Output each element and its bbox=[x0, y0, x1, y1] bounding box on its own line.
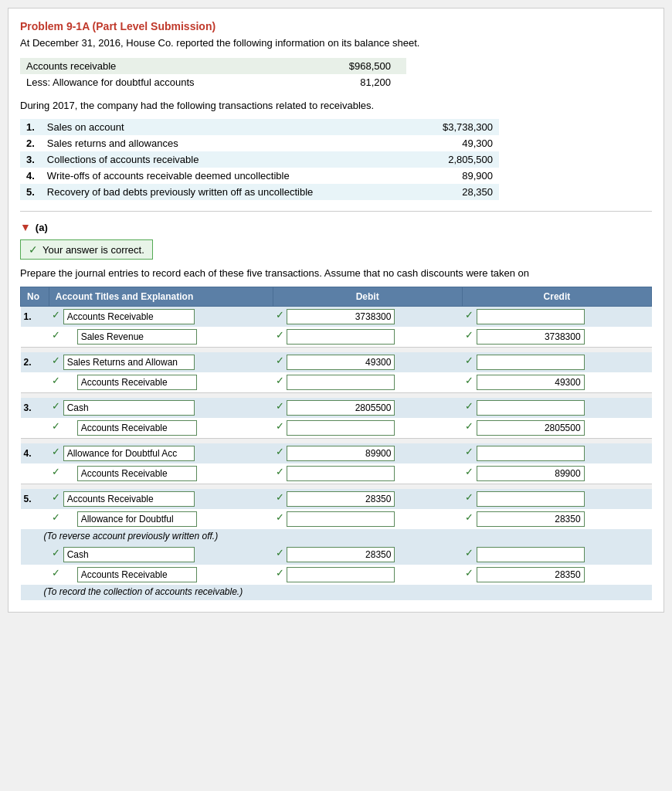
entry-3-credit-account-input[interactable] bbox=[77, 420, 197, 436]
check-icon-5c: ✓ bbox=[465, 488, 473, 503]
entry-1-sales-credit-cell: ✓ bbox=[462, 327, 651, 348]
bs-label-2: Less: Allowance for doubtful accounts bbox=[20, 74, 306, 90]
table-row: ✓ ✓ ✓ bbox=[21, 327, 652, 348]
collapse-arrow-icon[interactable]: ▼ bbox=[20, 221, 31, 233]
trans-num-4: 4. bbox=[20, 168, 41, 184]
table-row: ✓ ✓ ✓ bbox=[21, 463, 652, 484]
correct-message: Your answer is correct. bbox=[42, 244, 144, 256]
table-row: 4. ✓ ✓ ✓ bbox=[21, 443, 652, 463]
entry-no-4: 4. bbox=[21, 443, 49, 463]
problem-title: Problem 9-1A (Part Level Submission) bbox=[20, 20, 652, 32]
col-account: Account Titles and Explanation bbox=[49, 287, 273, 307]
entry-4-credit-input[interactable] bbox=[477, 446, 585, 461]
entry-4-ar-debit-input[interactable] bbox=[287, 466, 395, 481]
entry-5a-debit-account-cell: ✓ bbox=[49, 489, 273, 509]
table-row: ✓ ✓ ✓ bbox=[21, 372, 652, 393]
entry-4-credit-account-cell: ✓ bbox=[49, 463, 273, 484]
check-icon-5f: ✓ bbox=[465, 508, 473, 523]
entry-4-debit-account-input[interactable] bbox=[63, 446, 195, 461]
check-icon-3e: ✓ bbox=[276, 417, 284, 432]
entry-5b-debit-input[interactable] bbox=[287, 547, 395, 562]
entry-2-debit-input[interactable] bbox=[287, 355, 395, 370]
entry-1-sales-credit-input[interactable] bbox=[477, 329, 585, 345]
check-icon-5k: ✓ bbox=[276, 564, 284, 579]
check-icon-2a: ✓ bbox=[52, 351, 60, 366]
check-icon-4c: ✓ bbox=[465, 443, 473, 457]
correct-check-icon: ✓ bbox=[29, 243, 38, 256]
entry-5b-credit-account-input[interactable] bbox=[77, 567, 197, 582]
entry-4-credit-account-input[interactable] bbox=[77, 466, 197, 481]
trans-label-5: Recovery of bad debts previously written… bbox=[41, 184, 406, 200]
check-icon-4d: ✓ bbox=[52, 463, 60, 477]
entry-5b-debit-account-cell: ✓ bbox=[49, 545, 273, 565]
entry-1-credit-account-cell: ✓ bbox=[49, 327, 273, 348]
entry-no-1: 1. bbox=[21, 307, 49, 328]
check-icon-1d: ✓ bbox=[52, 326, 60, 341]
entry-4-ar-credit-input[interactable] bbox=[477, 466, 585, 481]
entry-3-ar-debit-input[interactable] bbox=[287, 420, 395, 436]
entry-1-credit-cell: ✓ bbox=[462, 307, 651, 328]
table-row: ✓ ✓ ✓ bbox=[21, 418, 652, 439]
table-row: 1. ✓ ✓ ✓ bbox=[21, 307, 652, 328]
entry-no-2: 2. bbox=[21, 352, 49, 372]
col-credit: Credit bbox=[462, 287, 651, 307]
entry-5b-ar-credit-input[interactable] bbox=[477, 567, 585, 582]
check-icon-1e: ✓ bbox=[276, 326, 284, 341]
check-icon-5a: ✓ bbox=[52, 488, 60, 503]
entry-1-debit-input[interactable] bbox=[287, 309, 395, 324]
check-icon-5d: ✓ bbox=[52, 508, 60, 523]
col-debit: Debit bbox=[273, 287, 462, 307]
entry-5b-ar-debit-input[interactable] bbox=[287, 567, 395, 582]
trans-num-3: 3. bbox=[20, 151, 41, 168]
divider bbox=[20, 211, 652, 212]
entry-2-debit-account-cell: ✓ bbox=[49, 352, 273, 372]
check-icon-4e: ✓ bbox=[276, 463, 284, 477]
entry-5a-credit-input[interactable] bbox=[477, 491, 585, 507]
check-icon-4f: ✓ bbox=[465, 463, 473, 477]
entry-2-credit-account-input[interactable] bbox=[77, 375, 197, 390]
table-row: ✓ ✓ ✓ bbox=[21, 509, 652, 529]
entry-3-ar-credit-input[interactable] bbox=[477, 420, 585, 436]
entry-4-debit-input[interactable] bbox=[287, 446, 395, 461]
check-icon-4a: ✓ bbox=[52, 443, 60, 457]
entry-2-credit-input[interactable] bbox=[477, 355, 585, 370]
check-icon-3a: ✓ bbox=[52, 397, 60, 412]
entry-5a-credit-account-input[interactable] bbox=[77, 511, 197, 527]
entry-5a-note: (To reverse account previously written o… bbox=[21, 529, 652, 545]
section-a-header: ▼ (a) bbox=[20, 221, 652, 233]
check-icon-2d: ✓ bbox=[52, 372, 60, 386]
trans-amount-4: 89,900 bbox=[406, 168, 499, 184]
entry-5a-debit-input[interactable] bbox=[287, 491, 395, 507]
intro-text: At December 31, 2016, House Co. reported… bbox=[20, 37, 652, 49]
table-row: ✓ ✓ ✓ bbox=[21, 565, 652, 585]
trans-num-2: 2. bbox=[20, 135, 41, 151]
entry-5b-credit-input[interactable] bbox=[477, 547, 585, 562]
entry-5a-allowance-credit-input[interactable] bbox=[477, 511, 585, 527]
entry-1-sales-debit-input[interactable] bbox=[287, 329, 395, 345]
entry-5a-debit-account-input[interactable] bbox=[63, 491, 195, 507]
check-icon-5l: ✓ bbox=[465, 564, 473, 579]
entry-5a-allowance-debit-input[interactable] bbox=[287, 511, 395, 527]
entry-2-credit-cell: ✓ bbox=[462, 352, 651, 372]
entry-2-ar-debit-input[interactable] bbox=[287, 375, 395, 390]
check-icon-1f: ✓ bbox=[465, 326, 473, 341]
entry-2-debit-account-input[interactable] bbox=[63, 355, 195, 370]
bs-amount-1: $968,500 bbox=[306, 58, 406, 74]
check-icon-3f: ✓ bbox=[465, 417, 473, 432]
check-icon-2b: ✓ bbox=[276, 351, 284, 366]
entry-1-credit-account-input[interactable] bbox=[77, 329, 197, 345]
entry-1-credit-input[interactable] bbox=[477, 309, 585, 324]
bs-amount-2: 81,200 bbox=[306, 74, 406, 90]
check-icon-1a: ✓ bbox=[52, 306, 60, 321]
trans-label-1: Sales on account bbox=[41, 119, 406, 135]
entry-3-debit-account-input[interactable] bbox=[63, 400, 195, 416]
entry-1-debit-account-input[interactable] bbox=[63, 309, 195, 324]
entry-3-credit-input[interactable] bbox=[477, 400, 585, 416]
trans-label-4: Write-offs of accounts receivable deemed… bbox=[41, 168, 406, 184]
entry-3-debit-input[interactable] bbox=[287, 400, 395, 416]
check-icon-1b: ✓ bbox=[276, 306, 284, 321]
entry-5b-debit-account-input[interactable] bbox=[63, 547, 195, 562]
trans-amount-1: $3,738,300 bbox=[406, 119, 499, 135]
trans-amount-3: 2,805,500 bbox=[406, 151, 499, 168]
entry-2-ar-credit-input[interactable] bbox=[477, 375, 585, 390]
